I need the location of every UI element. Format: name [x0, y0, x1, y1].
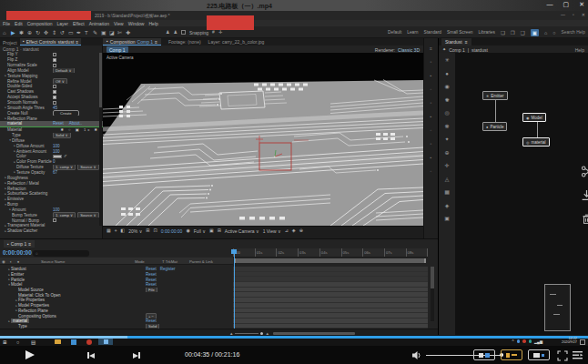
- restore-icon[interactable]: ▫: [573, 13, 574, 17]
- menu-effect[interactable]: Effect: [73, 21, 85, 26]
- link-reset[interactable]: Reset: [53, 121, 64, 126]
- viewport-toolbar-icon[interactable]: ◧: [121, 228, 126, 233]
- eraser-icon[interactable]: ◪: [109, 29, 115, 35]
- tab-timeline-comp[interactable]: ▪ Comp 1 ≡: [4, 240, 35, 248]
- link-reset[interactable]: Reset: [146, 318, 157, 323]
- workspace-tab-standard[interactable]: Standard: [424, 30, 441, 35]
- viewport-canvas[interactable]: Active Camera: [103, 53, 423, 226]
- section-icons[interactable]: ✱ ○ ▣ 1x ✱: [60, 127, 99, 132]
- play-button[interactable]: [25, 350, 35, 359]
- color-swatch[interactable]: [53, 155, 62, 158]
- help-link[interactable]: Help: [575, 47, 584, 53]
- viewport-toolbar-icon[interactable]: ◉: [186, 228, 189, 233]
- workspace-tab-default[interactable]: Default: [388, 30, 401, 35]
- download-icon[interactable]: [581, 189, 588, 202]
- flower-tool-icon[interactable]: ❋: [444, 124, 449, 129]
- collapsed-panel-tab[interactable]: ▫: [431, 100, 432, 106]
- panel-menu-icon[interactable]: ≡: [465, 39, 468, 45]
- volume-icon[interactable]: [411, 350, 422, 361]
- chevron-up-icon[interactable]: ^: [512, 339, 513, 344]
- viewport-toolbar-icon[interactable]: ⊞: [146, 228, 149, 233]
- collapsed-panel-tab[interactable]: ◦: [431, 86, 432, 92]
- timeline-search-input[interactable]: ○: [33, 250, 89, 257]
- viewport-toolbar-icon[interactable]: ⊡: [154, 228, 157, 233]
- previous-button[interactable]: [87, 352, 95, 359]
- workspace-icon-3[interactable]: ❑: [521, 30, 525, 35]
- person-icon[interactable]: ♟: [166, 30, 169, 35]
- property-value[interactable]: 0: [53, 159, 56, 164]
- collapsed-panel-tab[interactable]: ▪: [431, 73, 432, 78]
- panel-menu-icon[interactable]: ≡: [28, 241, 31, 247]
- hand-icon[interactable]: ✱: [19, 29, 25, 35]
- property-value[interactable]: 45: [53, 106, 57, 110]
- node-model[interactable]: ◉Model: [522, 113, 546, 122]
- viewport-toolbar-icon[interactable]: ⊞: [218, 228, 221, 233]
- workspace-icon-1[interactable]: ❏: [501, 30, 505, 35]
- collapsed-panel-tab[interactable]: ▪: [431, 114, 432, 119]
- close-icon[interactable]: ✕: [579, 1, 584, 7]
- link-reset[interactable]: Reset: [146, 282, 157, 287]
- node-emitter[interactable]: ✳Emitter: [482, 91, 508, 100]
- link-about[interactable]: About..: [69, 121, 82, 126]
- viewport-toolbar-icon[interactable]: ⊿: [285, 228, 289, 233]
- tab-effect-controls[interactable]: ▪ Effect Controls stardust ≡: [20, 38, 81, 46]
- zoom-icon[interactable]: ⊕: [27, 29, 33, 35]
- link-register[interactable]: Register: [160, 267, 176, 271]
- tray-dot-red[interactable]: [522, 339, 526, 343]
- checkbox[interactable]: [53, 90, 56, 94]
- time-ruler[interactable]: :0001s02s03s04s05s06s07s08s: [233, 248, 428, 258]
- box-tool-icon[interactable]: ▣: [444, 216, 450, 221]
- playhead[interactable]: [234, 249, 235, 329]
- pen-icon[interactable]: ✒: [76, 29, 82, 35]
- column-header[interactable]: Source Name: [41, 259, 65, 264]
- taskbar-clock[interactable]: 14:22 2020/9/27: [562, 337, 577, 345]
- search-help-input[interactable]: Search Help: [562, 30, 585, 35]
- tab-layer[interactable]: Layer: carry_22_b_color.jpg: [208, 39, 265, 45]
- start-icon[interactable]: ⊞: [3, 339, 7, 345]
- tab-project[interactable]: Project: [3, 40, 17, 46]
- column-header[interactable]: Mode: [135, 259, 145, 264]
- menu-file[interactable]: File: [3, 21, 10, 26]
- snapping-checkbox[interactable]: [181, 30, 186, 35]
- workspace-tab-libraries[interactable]: Libraries: [479, 30, 495, 35]
- menu-composition[interactable]: Composition: [27, 21, 53, 26]
- effect-controls-scrollbar[interactable]: [99, 53, 102, 226]
- comp-mini-tab[interactable]: Comp 1: [106, 46, 128, 53]
- column-header[interactable]: T TrkMat: [162, 259, 177, 264]
- star-tool-icon[interactable]: ✦: [444, 136, 449, 142]
- workspace-tab-learn[interactable]: Learn: [407, 30, 418, 35]
- burst-tool-icon[interactable]: ✺: [444, 97, 449, 103]
- player-aux-button-1[interactable]: [473, 349, 495, 360]
- player-aux-button-3[interactable]: [528, 349, 550, 360]
- tray-dot-teal[interactable]: [529, 339, 532, 343]
- property-row[interactable]: materialResetAbout..: [0, 121, 103, 126]
- particle-tool-icon[interactable]: ●: [445, 71, 449, 76]
- sphere-tool-icon[interactable]: ◉: [444, 84, 449, 89]
- renderer-value[interactable]: Classic 3D: [398, 47, 420, 53]
- menu-layer[interactable]: Layer: [56, 21, 68, 26]
- link-reset[interactable]: Reset: [146, 278, 157, 282]
- roto-brush-icon[interactable]: ✄: [117, 29, 123, 35]
- dolly-camera-icon[interactable]: ⇕: [52, 29, 57, 35]
- collapsed-panel-tab[interactable]: ▪: [431, 155, 432, 160]
- property-value[interactable]: 100: [53, 207, 60, 212]
- menu-help[interactable]: Help: [148, 21, 157, 26]
- fullscreen-icon[interactable]: [557, 350, 568, 362]
- zoom-level[interactable]: 20% ∨: [128, 228, 142, 234]
- camera-select[interactable]: Active Camera ∨: [225, 228, 259, 234]
- checkbox[interactable]: [53, 53, 56, 56]
- snap-icon[interactable]: #: [212, 30, 215, 35]
- minimize-icon[interactable]: —: [547, 1, 553, 7]
- brush-icon[interactable]: ✎: [93, 29, 98, 35]
- collapsed-panel-tab[interactable]: ◦: [431, 127, 432, 133]
- link-reset[interactable]: Reset: [146, 272, 157, 277]
- tray-dot-blue[interactable]: [517, 339, 521, 343]
- app-blue-icon[interactable]: [71, 339, 76, 345]
- player-aux-button-2[interactable]: [501, 349, 522, 360]
- workspace-active-icon[interactable]: ▣: [531, 29, 539, 36]
- minimize-icon[interactable]: —: [561, 13, 565, 17]
- task-view-icon[interactable]: ▤: [31, 339, 35, 345]
- people-icon[interactable]: ♟: [173, 30, 177, 35]
- diamond-tool-icon[interactable]: ◈: [445, 203, 450, 208]
- close-icon[interactable]: ✕: [582, 13, 585, 17]
